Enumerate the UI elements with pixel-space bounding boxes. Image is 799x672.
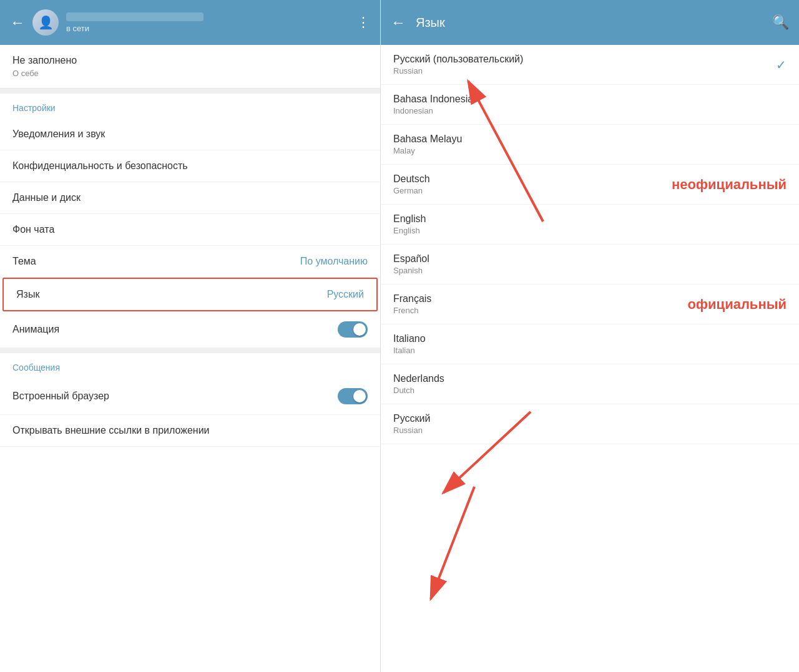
- settings-section-header: Настройки: [0, 94, 380, 119]
- avatar: 👤: [32, 9, 59, 36]
- lang-name-dutch: Nederlands: [393, 373, 444, 384]
- lang-name-italian: Italiano: [393, 333, 426, 344]
- lang-name-german: Deutsch: [393, 173, 430, 185]
- open-links-item[interactable]: Открывать внешние ссылки в приложении: [0, 415, 380, 447]
- lang-text-english: English English: [393, 213, 426, 235]
- animation-toggle[interactable]: [338, 321, 368, 338]
- lang-item-italian[interactable]: Italiano Italian: [381, 324, 799, 364]
- lang-item-russian-custom[interactable]: Русский (пользовательский) Russian ✓: [381, 45, 799, 85]
- lang-native-german: German: [393, 186, 430, 195]
- browser-item[interactable]: Встроенный браузер: [0, 378, 380, 415]
- animation-label: Анимация: [12, 324, 59, 335]
- avatar-image: 👤: [32, 9, 59, 36]
- lang-name-malay: Bahasa Melayu: [393, 134, 462, 145]
- lang-text-spanish: Español Spanish: [393, 253, 429, 275]
- more-options-button[interactable]: ⋮: [356, 14, 370, 31]
- lang-text-russian-custom: Русский (пользовательский) Russian: [393, 54, 523, 75]
- data-label: Данные и диск: [12, 192, 81, 203]
- lang-text-italian: Italiano Italian: [393, 333, 426, 355]
- open-links-label: Открывать внешние ссылки в приложении: [12, 425, 210, 436]
- browser-toggle[interactable]: [338, 388, 368, 404]
- language-label: Язык: [16, 289, 39, 300]
- user-name: [66, 12, 203, 21]
- lang-native-malay: Malay: [393, 146, 462, 155]
- lang-text-dutch: Nederlands Dutch: [393, 373, 444, 395]
- right-panel: ← Язык 🔍 Русский (пользовательский) Russ…: [381, 0, 799, 672]
- lang-name-russian: Русский: [393, 413, 430, 424]
- data-item[interactable]: Данные и диск: [0, 182, 380, 214]
- lang-name-indonesian: Bahasa Indonesia: [393, 94, 473, 105]
- lang-name-spanish: Español: [393, 253, 429, 265]
- language-item[interactable]: Язык Русский: [2, 278, 378, 311]
- messages-section-header: Сообщения: [0, 353, 380, 378]
- check-icon-russian-custom: ✓: [776, 57, 787, 72]
- lang-item-english[interactable]: English English: [381, 205, 799, 245]
- lang-name-french: Français: [393, 293, 431, 304]
- lang-text-german: Deutsch German: [393, 173, 430, 195]
- lang-text-french: Français French: [393, 293, 431, 315]
- chat-bg-label: Фон чата: [12, 224, 54, 235]
- language-page-title: Язык: [416, 16, 762, 30]
- user-info: в сети: [66, 12, 349, 33]
- lang-item-spanish[interactable]: Español Spanish: [381, 245, 799, 285]
- unofficial-annotation: неофициальный: [672, 177, 787, 193]
- lang-text-indonesian: Bahasa Indonesia Indonesian: [393, 94, 473, 115]
- messages-label: Сообщения: [12, 363, 60, 373]
- language-list: Русский (пользовательский) Russian ✓ Bah…: [381, 45, 799, 672]
- left-content: Не заполнено О себе Настройки Уведомлени…: [0, 45, 380, 672]
- theme-value: По умолчанию: [300, 256, 368, 267]
- search-button[interactable]: 🔍: [772, 14, 789, 31]
- left-panel: ← 👤 в сети ⋮ Не заполнено О себе Настрой…: [0, 0, 381, 672]
- lang-item-french[interactable]: Français French официальный: [381, 285, 799, 324]
- lang-native-russian: Russian: [393, 426, 430, 435]
- chat-bg-item[interactable]: Фон чата: [0, 214, 380, 246]
- animation-toggle-wrap: [338, 321, 368, 338]
- privacy-label: Конфиденциальность и безопасность: [12, 160, 188, 172]
- animation-item[interactable]: Анимация: [0, 311, 380, 348]
- lang-text-russian: Русский Russian: [393, 413, 430, 435]
- browser-toggle-wrap: [338, 388, 368, 404]
- lang-native-russian-custom: Russian: [393, 66, 523, 75]
- lang-native-italian: Italian: [393, 346, 426, 355]
- section-divider-1: [0, 89, 380, 94]
- back-button-right[interactable]: ←: [391, 14, 406, 31]
- lang-native-dutch: Dutch: [393, 386, 444, 395]
- notifications-label: Уведомления и звук: [12, 129, 105, 140]
- lang-item-malay[interactable]: Bahasa Melayu Malay: [381, 125, 799, 165]
- official-annotation: официальный: [687, 296, 787, 313]
- lang-native-spanish: Spanish: [393, 266, 429, 275]
- lang-item-indonesian[interactable]: Bahasa Indonesia Indonesian: [381, 85, 799, 125]
- lang-item-dutch[interactable]: Nederlands Dutch: [381, 364, 799, 404]
- theme-item[interactable]: Тема По умолчанию: [0, 246, 380, 278]
- left-header: ← 👤 в сети ⋮: [0, 0, 380, 45]
- section-divider-2: [0, 348, 380, 353]
- profile-section: Не заполнено О себе: [0, 45, 380, 89]
- lang-native-indonesian: Indonesian: [393, 106, 473, 115]
- language-value: Русский: [327, 289, 364, 300]
- right-header: ← Язык 🔍: [381, 0, 799, 45]
- lang-name-russian-custom: Русский (пользовательский): [393, 54, 523, 65]
- notifications-item[interactable]: Уведомления и звук: [0, 119, 380, 150]
- profile-about: О себе: [12, 69, 368, 78]
- theme-label: Тема: [12, 256, 36, 267]
- lang-item-russian[interactable]: Русский Russian: [381, 404, 799, 444]
- lang-text-malay: Bahasa Melayu Malay: [393, 134, 462, 155]
- profile-not-filled: Не заполнено: [12, 55, 368, 66]
- back-button-left[interactable]: ←: [10, 14, 25, 31]
- lang-native-english: English: [393, 226, 426, 235]
- settings-label: Настройки: [12, 103, 56, 113]
- lang-native-french: French: [393, 306, 431, 315]
- lang-item-german[interactable]: Deutsch German неофициальный: [381, 165, 799, 205]
- user-status: в сети: [66, 24, 349, 33]
- browser-label: Встроенный браузер: [12, 391, 109, 402]
- privacy-item[interactable]: Конфиденциальность и безопасность: [0, 150, 380, 182]
- lang-name-english: English: [393, 213, 426, 225]
